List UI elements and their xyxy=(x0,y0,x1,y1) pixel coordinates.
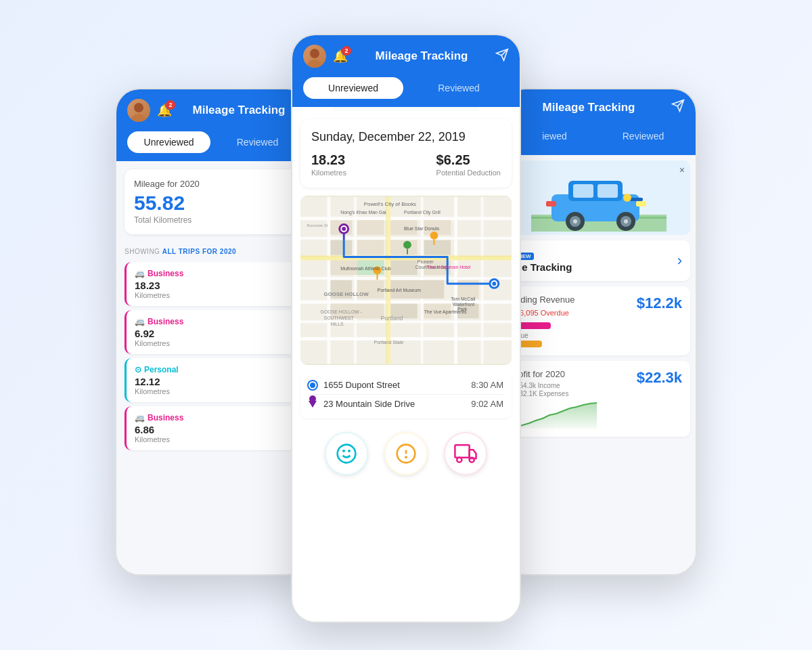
svg-rect-25 xyxy=(390,260,417,275)
right-send-icon[interactable] xyxy=(671,99,685,116)
svg-point-95 xyxy=(624,219,628,223)
stat-deduction-value: $6.25 xyxy=(436,152,501,168)
svg-rect-77 xyxy=(455,445,469,457)
svg-point-44 xyxy=(492,282,496,286)
svg-text:SOUTHWEST: SOUTHWEST xyxy=(324,316,355,320)
trip-item-1[interactable]: 🚐 Business 18.23 Kilometres xyxy=(125,262,302,306)
stat-deduction-label: Potential Deduction xyxy=(436,169,501,177)
svg-rect-7 xyxy=(300,301,512,304)
svg-text:Waterfront: Waterfront xyxy=(453,302,474,307)
svg-text:GOOSE HOLLOW: GOOSE HOLLOW xyxy=(324,291,369,297)
mileage-card-label: Mileage for 2020 xyxy=(134,179,292,189)
send-icon[interactable] xyxy=(495,48,509,65)
profit-chart xyxy=(516,402,597,429)
svg-rect-20 xyxy=(330,240,352,255)
svg-rect-11 xyxy=(354,197,357,364)
action-btn-smiley[interactable] xyxy=(325,432,368,475)
showing-highlight: ALL TRIPS FOR 2020 xyxy=(162,248,236,255)
left-content: Mileage for 2020 55.82 Total Kilometres … xyxy=(116,161,310,576)
right-tab-reviewed[interactable]: Reviewed xyxy=(602,125,685,147)
action-btn-truck[interactable] xyxy=(444,432,487,475)
right-header: Mileage Tracking xyxy=(502,89,696,125)
trip-item-2[interactable]: 🚐 Business 6.92 Kilometres xyxy=(125,310,302,354)
svg-point-97 xyxy=(623,194,631,202)
action-btn-warning[interactable] xyxy=(384,432,428,475)
svg-rect-17 xyxy=(357,220,384,235)
svg-point-71 xyxy=(338,445,356,463)
phone-right: Mileage Tracking iewed Reviewed × xyxy=(501,88,697,576)
revenue-card: nding Revenue $6,095 Overdue ldue $12.2k xyxy=(508,286,690,355)
revenue-bars: ldue xyxy=(516,322,574,347)
showing-prefix: SHOWING xyxy=(125,248,160,255)
svg-rect-14 xyxy=(454,197,457,364)
center-tab-reviewed[interactable]: Reviewed xyxy=(409,77,509,99)
center-notif-badge: 2 xyxy=(341,45,352,56)
svg-text:Portland Art Museum: Portland Art Museum xyxy=(378,288,422,292)
svg-text:Nong's Khao Man Gai: Nong's Khao Man Gai xyxy=(340,210,386,215)
svg-rect-3 xyxy=(300,217,512,220)
tracking-arrow: › xyxy=(677,252,682,269)
svg-text:HILLS: HILLS xyxy=(330,322,344,326)
svg-point-40 xyxy=(342,227,346,231)
tab-reviewed[interactable]: Reviewed xyxy=(216,131,299,153)
showing-label: SHOWING ALL TRIPS FOR 2020 xyxy=(116,242,310,258)
svg-rect-89 xyxy=(546,201,556,207)
svg-text:Blue Star Donuts: Blue Star Donuts xyxy=(404,226,440,231)
trip-km-2: 6.92 xyxy=(135,328,294,339)
left-header-title: Mileage Tracking xyxy=(179,104,299,117)
right-tab-viewed[interactable]: iewed xyxy=(513,125,596,147)
svg-rect-86 xyxy=(573,184,593,198)
svg-text:Pioneer: Pioneer xyxy=(418,259,434,264)
stats-row: 18.23 Kilometres $6.25 Potential Deducti… xyxy=(311,152,501,177)
svg-text:Tom McCall: Tom McCall xyxy=(451,297,476,301)
trip-item-4[interactable]: 🚐 Business 6.86 Kilometres xyxy=(125,406,302,450)
date-card: Sunday, December 22, 2019 18.23 Kilometr… xyxy=(300,119,512,188)
loc-name-1: 1655 Dupont Street xyxy=(323,380,464,390)
avatar xyxy=(127,99,150,122)
revenue-due-label: ldue xyxy=(516,332,574,339)
loc-dot-start xyxy=(309,381,317,389)
svg-text:Courthouse Sq...: Courthouse Sq... xyxy=(415,265,451,270)
svg-rect-10 xyxy=(327,197,330,364)
svg-rect-6 xyxy=(300,277,512,280)
location-item-1: 1655 Dupont Street 8:30 AM xyxy=(309,376,503,394)
revenue-value: $12.2k xyxy=(637,295,682,312)
trip-km-1: 18.23 xyxy=(135,280,294,291)
car-close-button[interactable]: × xyxy=(679,165,685,175)
right-header-title: Mileage Tracking xyxy=(513,101,664,114)
stat-km-label: Kilometres xyxy=(311,169,346,177)
trip-type-4: 🚐 Business xyxy=(135,413,294,422)
revenue-overdue: $6,095 Overdue xyxy=(516,309,574,317)
car-banner: × xyxy=(508,160,690,235)
stat-deduction: $6.25 Potential Deduction xyxy=(436,152,501,177)
center-tab-unreviewed[interactable]: Unreviewed xyxy=(303,77,403,99)
phones-container: 🔔 2 Mileage Tracking Unreviewed Reviewed… xyxy=(102,34,710,616)
svg-text:Park: Park xyxy=(457,307,468,311)
svg-rect-23 xyxy=(424,240,451,255)
svg-text:Portland City Grill: Portland City Grill xyxy=(404,210,441,215)
trip-item-3[interactable]: ⊙ Personal 12.12 Kilometres xyxy=(125,358,302,402)
tracking-card-title: ge Tracking xyxy=(516,261,677,273)
tab-unreviewed[interactable]: Unreviewed xyxy=(127,131,210,153)
mileage-card: Mileage for 2020 55.82 Total Kilometres xyxy=(125,169,302,234)
profit-card: rofit for 2020 $54.3k Income $32.1K Expe… xyxy=(508,361,690,437)
svg-text:GOOSE HOLLOW -: GOOSE HOLLOW - xyxy=(321,309,362,314)
trip-type-1: 🚐 Business xyxy=(135,269,294,278)
svg-rect-87 xyxy=(597,184,618,198)
profit-title: rofit for 2020 xyxy=(516,369,597,379)
revenue-title: nding Revenue xyxy=(516,295,574,305)
svg-point-45 xyxy=(403,241,411,249)
left-header: 🔔 2 Mileage Tracking xyxy=(116,89,310,131)
center-header: 🔔 2 Mileage Tracking xyxy=(292,35,520,77)
center-notification-bell[interactable]: 🔔 2 xyxy=(333,49,348,64)
new-tracking-card[interactable]: NEW ge Tracking › xyxy=(508,240,690,281)
center-tabs: Unreviewed Reviewed xyxy=(292,77,520,107)
stat-km-value: 18.23 xyxy=(311,152,346,168)
locations-list: 1655 Dupont Street 8:30 AM 23 Mountain S… xyxy=(300,370,512,418)
trip-km-label-3: Kilometres xyxy=(135,387,294,395)
notification-bell[interactable]: 🔔 2 xyxy=(157,103,172,118)
svg-text:Portland State: Portland State xyxy=(374,340,404,345)
phone-center: 🔔 2 Mileage Tracking Unreviewed Reviewed… xyxy=(291,34,521,623)
svg-rect-36 xyxy=(386,197,390,364)
loc-time-2: 9:02 AM xyxy=(471,399,503,409)
